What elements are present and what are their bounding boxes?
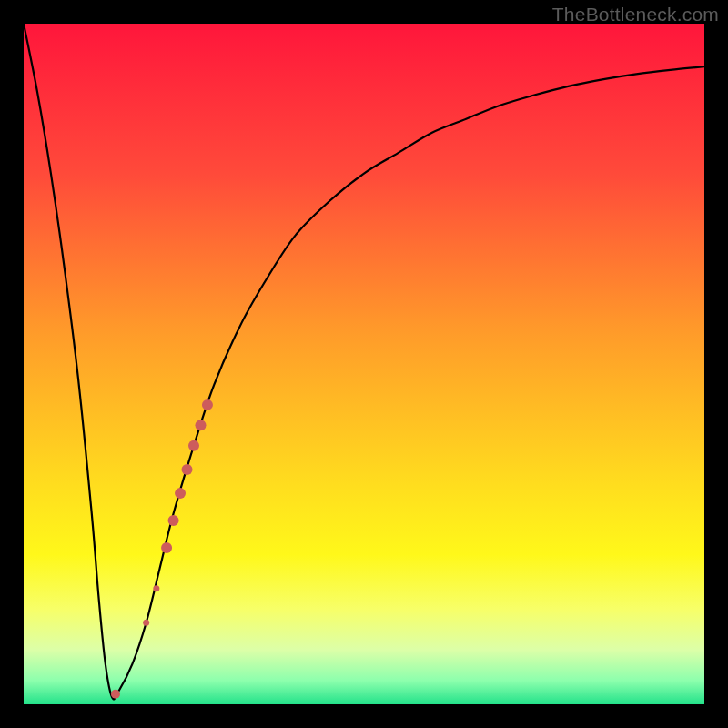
data-point (175, 488, 186, 499)
data-point (143, 620, 149, 626)
data-point (202, 399, 213, 410)
data-point (188, 440, 199, 451)
data-point (111, 690, 120, 699)
chart-frame: TheBottleneck.com (0, 0, 728, 728)
chart-svg (24, 24, 704, 704)
data-point (195, 420, 206, 430)
data-point (161, 542, 172, 553)
watermark-text: TheBottleneck.com (552, 4, 719, 25)
data-point (153, 585, 159, 592)
gradient-background (24, 24, 704, 704)
data-point (168, 515, 179, 526)
plot-area (24, 24, 704, 704)
data-point (182, 464, 193, 475)
